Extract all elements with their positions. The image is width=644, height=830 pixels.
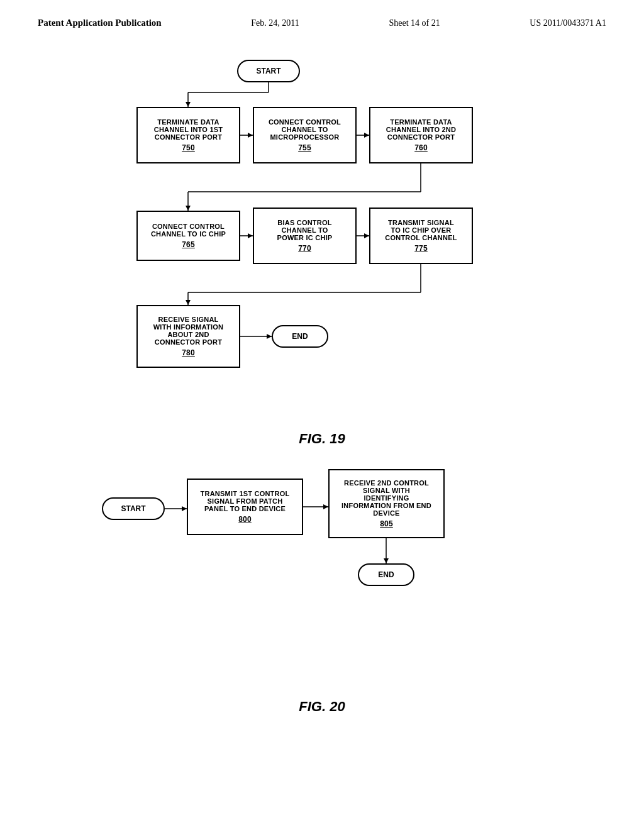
fig20-label-container: FIG. 20 xyxy=(64,699,580,715)
start-oval-19: START xyxy=(237,60,300,82)
box-775: TRANSMIT SIGNALTO IC CHIP OVERCONTROL CH… xyxy=(369,208,473,264)
svg-marker-11 xyxy=(186,206,191,211)
svg-marker-7 xyxy=(364,133,369,138)
svg-marker-19 xyxy=(186,300,191,305)
fig20-flowchart: START TRANSMIT 1ST CONTROLSIGNAL FROM PA… xyxy=(64,460,580,715)
box-780: RECEIVE SIGNALWITH INFORMATIONABOUT 2NDC… xyxy=(136,305,240,368)
svg-marker-25 xyxy=(323,504,328,509)
page-header: Patent Application Publication Feb. 24, … xyxy=(0,0,644,28)
box-750: TERMINATE DATACHANNEL INTO 1STCONNECTOR … xyxy=(136,107,240,163)
svg-marker-13 xyxy=(248,233,253,238)
box-760: TERMINATE DATACHANNEL INTO 2NDCONNECTOR … xyxy=(369,107,473,163)
fig20-label: FIG. 20 xyxy=(299,699,345,714)
fig20-arrows xyxy=(64,460,580,699)
sheet-info: Sheet 14 of 21 xyxy=(389,18,440,28)
svg-marker-21 xyxy=(267,334,272,339)
end-oval-20: END xyxy=(358,563,414,586)
svg-marker-3 xyxy=(186,102,191,107)
main-content: START TERMINATE DATACHANNEL INTO 1STCONN… xyxy=(0,28,644,740)
box-770: BIAS CONTROLCHANNEL TOPOWER IC CHIP 770 xyxy=(253,208,357,264)
svg-marker-5 xyxy=(248,133,253,138)
fig19-container: START TERMINATE DATACHANNEL INTO 1STCONN… xyxy=(64,41,580,406)
svg-marker-27 xyxy=(384,558,389,563)
fig19-flowchart: START TERMINATE DATACHANNEL INTO 1STCONN… xyxy=(64,41,580,447)
box-765: CONNECT CONTROLCHANNEL TO IC CHIP 765 xyxy=(136,211,240,261)
box-800: TRANSMIT 1ST CONTROLSIGNAL FROM PATCHPAN… xyxy=(187,479,303,535)
patent-number: US 2011/0043371 A1 xyxy=(530,18,606,28)
fig20-container: START TRANSMIT 1ST CONTROLSIGNAL FROM PA… xyxy=(64,460,580,699)
publication-date: Feb. 24, 2011 xyxy=(251,18,299,28)
fig19-label-container: FIG. 19 xyxy=(64,431,580,447)
fig19-label: FIG. 19 xyxy=(299,431,345,446)
box-805: RECEIVE 2ND CONTROLSIGNAL WITHIDENTIFYIN… xyxy=(328,469,445,538)
end-oval-19: END xyxy=(272,325,328,348)
start-oval-20: START xyxy=(102,497,165,520)
svg-marker-23 xyxy=(182,506,187,511)
svg-marker-15 xyxy=(364,233,369,238)
patent-app-title: Patent Application Publication xyxy=(38,18,162,28)
box-755: CONNECT CONTROLCHANNEL TOMICROPROCESSOR … xyxy=(253,107,357,163)
